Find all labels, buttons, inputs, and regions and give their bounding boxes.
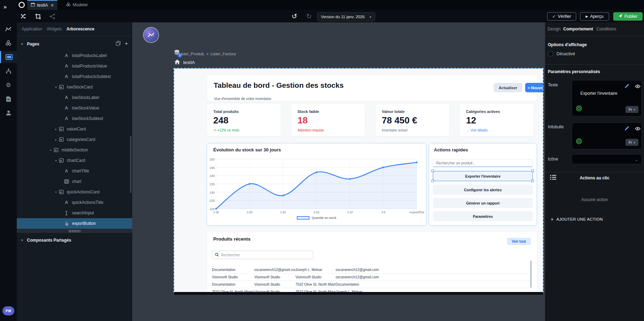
caret-down-icon[interactable]: ▾: [48, 149, 53, 152]
edit-pencil-icon[interactable]: [624, 126, 629, 132]
selection-handle[interactable]: [431, 180, 434, 182]
shared-components-header[interactable]: ▾ Composants Partagés: [20, 238, 71, 243]
table-row[interactable]: Visionsoft StudioVisionsoft StudioVision…: [212, 273, 532, 281]
selection-handle[interactable]: [531, 180, 534, 182]
view-all-button[interactable]: Voir tout: [507, 238, 531, 245]
tree-item-totalProductsValue[interactable]: AtotalProductsValue: [17, 61, 132, 71]
recent-search-input[interactable]: Rechercher: [212, 251, 313, 259]
tree-item-chart[interactable]: chart: [17, 176, 132, 187]
tree-item-chartCard[interactable]: ▾chartCard: [17, 155, 132, 166]
binding-target-icon[interactable]: [576, 138, 582, 146]
duplicate-icon[interactable]: [116, 41, 121, 47]
table-row[interactable]: DocumentationVisionsoft Studio7532 Olive…: [212, 281, 532, 288]
tree-item-totalProductsLabel[interactable]: AtotalProductsLabel: [17, 50, 132, 61]
table-cell: oscarwrench12@gmail.com: [336, 268, 532, 272]
tab-widgets[interactable]: Widgets: [47, 27, 62, 31]
redo-button[interactable]: ↻: [306, 13, 312, 20]
binding-target-icon[interactable]: [576, 105, 582, 113]
tree-item-totalProductsSubtext[interactable]: AtotalProductsSubtext: [17, 71, 132, 82]
collapse-panel-icon[interactable]: »: [3, 3, 6, 10]
refresh-button[interactable]: Actualiser: [494, 83, 522, 92]
tab-comportement[interactable]: Comportement: [563, 27, 593, 31]
add-action-button[interactable]: + AJOUTER UNE ACTION: [551, 216, 603, 222]
user-avatar[interactable]: PM: [2, 306, 14, 315]
stat-card-2[interactable]: Stock faible18Attention requise: [291, 104, 365, 136]
workflows-icon[interactable]: [0, 65, 17, 77]
share-icon[interactable]: [49, 13, 56, 20]
text-field-editor[interactable]: Exporter l'inventaire Fr▾: [572, 80, 642, 116]
icon-select[interactable]: ⌄: [572, 154, 642, 164]
settings-gear-icon[interactable]: ⚙: [0, 79, 17, 91]
tree-item-quickActionsTitle[interactable]: AquickActionsTitle: [17, 197, 132, 208]
pages-icon[interactable]: [0, 51, 17, 63]
caret-right-icon[interactable]: ▸: [53, 128, 58, 131]
text-field-value[interactable]: Exporter l'inventaire: [580, 91, 617, 96]
quick-action-button-3[interactable]: Générer un rapport: [433, 198, 533, 208]
tree-item-chartTitle[interactable]: AchartTitle: [17, 166, 132, 176]
tree-item-lowStockLabel[interactable]: AlowStockLabel: [17, 92, 132, 103]
caret-down-icon[interactable]: ▾: [53, 191, 58, 194]
tab-arborescence[interactable]: Arborescence: [66, 27, 94, 31]
caret-right-icon[interactable]: ▸: [53, 138, 58, 141]
quick-action-button-4[interactable]: Paramètres: [433, 211, 533, 221]
binding-label[interactable]: Lister_Factory: [210, 52, 236, 56]
version-select[interactable]: Version du 11 janv. 2026 ▾: [317, 12, 375, 21]
add-page-icon[interactable]: +: [125, 41, 128, 47]
publish-button[interactable]: Publier: [613, 12, 643, 21]
verify-button[interactable]: ✓ Vérifier: [547, 12, 576, 21]
quick-actions-card[interactable]: Actions rapides Exporter l'inventaireCon…: [429, 143, 537, 226]
flow-icon[interactable]: [21, 13, 28, 20]
tab-testia[interactable]: testIA ✕: [27, 0, 57, 10]
edit-pencil-icon[interactable]: [624, 84, 629, 90]
caret-down-icon[interactable]: ▾: [53, 159, 58, 162]
modeler-icon[interactable]: [0, 37, 17, 49]
tree-item-middleSection[interactable]: ▾middleSection: [17, 145, 132, 155]
tab-application[interactable]: Application: [22, 27, 42, 31]
tab-design[interactable]: Design: [548, 27, 560, 31]
stat-card-1[interactable]: Total produits248↗ +12% ce mois: [207, 104, 281, 136]
pages-section-header[interactable]: ▾ Pages: [20, 42, 39, 47]
tree-item-exportButton[interactable]: exportButton: [17, 218, 132, 229]
tree-item-lowStockCard[interactable]: ▾lowStockCard: [17, 82, 132, 92]
new-product-button[interactable]: + Nouveau produit: [525, 83, 543, 92]
stat-card-4[interactable]: Catégories actives12→ Voir détails: [460, 104, 534, 136]
language-selector[interactable]: Fr▾: [625, 106, 638, 113]
table-row[interactable]: 7532 Olive St. North Miami BeaVisionsoft…: [212, 288, 532, 292]
user-icon[interactable]: [0, 107, 17, 119]
caret-down-icon[interactable]: ▾: [53, 86, 58, 89]
page-name[interactable]: testIA: [183, 60, 195, 65]
document-icon[interactable]: [0, 93, 17, 105]
selection-handle[interactable]: [531, 170, 534, 172]
tab-conditions[interactable]: Conditions: [596, 27, 616, 31]
ai-copilot-button[interactable]: [143, 27, 159, 43]
tree-item-lowStockSubtext[interactable]: AlowStockSubtext: [17, 113, 132, 124]
table-row[interactable]: Documentationoscarwrench12@gmail.comJose…: [212, 266, 532, 273]
eye-icon[interactable]: [635, 84, 641, 90]
drag-handle[interactable]: [17, 229, 132, 233]
product-search-input[interactable]: [433, 159, 533, 167]
quick-action-button-2[interactable]: Configurer les alertes: [433, 185, 533, 195]
tree-item-searchInput[interactable]: searchInput: [17, 208, 132, 218]
undo-button[interactable]: ↺: [292, 13, 297, 20]
stat-card-3[interactable]: Valeur totale78 450 €Inventaire actuel: [375, 104, 449, 136]
close-icon[interactable]: ✕: [51, 3, 54, 8]
tree-item-lowStockValue[interactable]: AlowStockValue: [17, 103, 132, 113]
selection-handle[interactable]: [431, 170, 434, 172]
preview-button[interactable]: ▶ Aperçu: [580, 12, 609, 21]
tab-modeler[interactable]: Modeler: [63, 0, 91, 10]
tree-item-valueCard[interactable]: ▸valueCard: [17, 124, 132, 134]
chart-card[interactable]: Évolution du stock sur 30 jours 25024524…: [207, 143, 426, 226]
tree-item-quickActionsCard[interactable]: ▾quickActionsCard: [17, 187, 132, 197]
language-selector[interactable]: Fr▾: [625, 139, 638, 146]
table-scrollbar[interactable]: [530, 261, 532, 288]
quick-action-button-1[interactable]: Exporter l'inventaire: [433, 171, 533, 181]
disabled-checkbox[interactable]: [548, 51, 553, 56]
tree-scrollbar[interactable]: [130, 136, 131, 193]
tooltip-field-editor[interactable]: Fr▾: [572, 122, 642, 149]
rendered-page[interactable]: Tableau de bord - Gestion des stocks Vue…: [174, 69, 543, 292]
tree-item-categoriesCard[interactable]: ▸categoriesCard: [17, 134, 132, 145]
binding-label[interactable]: Lister_Produit,: [179, 52, 205, 56]
eye-icon[interactable]: [635, 126, 641, 132]
ai-assistant-icon[interactable]: [0, 23, 17, 35]
crop-icon[interactable]: [35, 13, 42, 20]
